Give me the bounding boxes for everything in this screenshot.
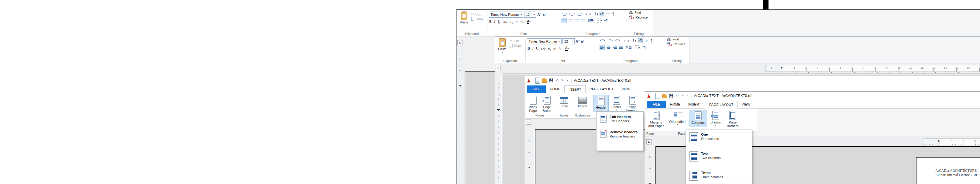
tab-view[interactable]: VIEW (617, 85, 634, 93)
margins-and-paper-button[interactable]: Margins and Paper (646, 110, 666, 128)
font-color-button[interactable]: A▾ (527, 19, 531, 24)
borders-button[interactable]: ▾ (596, 18, 603, 23)
new-document-icon[interactable] (655, 93, 660, 99)
paragraph-settings-button[interactable]: ≡¶ (603, 19, 608, 23)
copy-button[interactable]: Copy (471, 17, 484, 21)
pilcrow-button[interactable]: ¶ (650, 38, 653, 43)
underline-button[interactable]: U (498, 19, 501, 24)
replace-button[interactable]: AB→ACReplace (629, 16, 648, 19)
table-button[interactable]: Table (557, 95, 571, 109)
italic-button[interactable]: I (532, 46, 534, 51)
paragraph-settings-button[interactable]: ≡¶ (642, 45, 646, 50)
increase-indent-button[interactable]: ⇥ (622, 38, 626, 43)
tab-file[interactable]: FILE (647, 101, 666, 108)
menu-item-three-columns[interactable]: ThreeThree columns (686, 170, 752, 182)
tab-home[interactable]: HOME (546, 85, 564, 93)
underline-button[interactable]: U (536, 46, 539, 51)
ltr-paragraph-button[interactable]: ▸¶ (638, 38, 643, 43)
vertical-ruler[interactable]: 21 (648, 151, 652, 180)
menu-item-two-columns[interactable]: TwoTwo columns (686, 150, 752, 163)
columns-button[interactable]: Columns ▾ (689, 110, 707, 127)
menu-item-remove-headers[interactable]: ✕ Remove headersRemove headers (597, 129, 643, 139)
quick-access-chevron-icon[interactable]: ▾ (686, 95, 689, 97)
blank-page-button[interactable]: Blank Page (526, 95, 540, 113)
find-button[interactable]: Find (629, 11, 641, 14)
save-icon[interactable] (670, 94, 673, 98)
pilcrow-button[interactable]: ¶ (612, 12, 615, 16)
quick-access-chevron-icon[interactable]: ▾ (566, 80, 568, 82)
new-document-icon[interactable] (535, 78, 540, 84)
decrease-indent-button[interactable]: ⇤ (589, 12, 593, 16)
tab-selector-box[interactable]: L (646, 139, 652, 144)
menu-item-one-column[interactable]: OneOne column (686, 131, 752, 144)
shrink-font-button[interactable]: A▼ (542, 13, 546, 17)
undo-icon[interactable]: ↶ (555, 79, 558, 82)
page-borders-button[interactable]: Page Borders (724, 110, 741, 128)
tab-selector-box[interactable]: L (457, 40, 463, 45)
redo-icon[interactable]: ↷ (561, 79, 564, 82)
orientation-button[interactable]: Orientation ▾ (667, 110, 688, 126)
page-break-button[interactable]: ▶ Page Break (540, 95, 554, 113)
paste-button[interactable]: Paste▾ (496, 38, 508, 54)
align-center-button[interactable] (606, 45, 611, 50)
justify-button[interactable] (619, 45, 624, 50)
increase-indent-button[interactable]: ⇥ (584, 12, 587, 16)
highlight-pen-button[interactable]: ✎▾ (558, 46, 563, 51)
font-name-select[interactable]: Times New Roman▾ (527, 38, 562, 45)
cut-button[interactable]: ✂Cut (471, 12, 484, 16)
bullet-list-button[interactable]: •▾ (561, 12, 567, 16)
ltr-paragraph-button[interactable]: ▸¶ (600, 11, 605, 16)
rtl-paragraph-button[interactable]: ¶◂ (594, 12, 598, 16)
subscript-button[interactable]: x₂ (548, 47, 551, 51)
vertical-ruler[interactable]: 21 (527, 135, 532, 184)
align-right-button[interactable] (574, 18, 579, 23)
font-name-select[interactable]: Times New Roman▾ (488, 11, 523, 18)
copy-button[interactable]: Copy (510, 44, 522, 48)
superscript-button[interactable]: x² (515, 20, 518, 24)
menu-item-edit-headers[interactable]: Edit HeadersEdit Headers (597, 114, 643, 125)
quotation-button[interactable]: “T” (606, 12, 611, 16)
rtl-paragraph-button[interactable]: ¶◂ (632, 38, 636, 43)
bold-button[interactable]: B (489, 19, 492, 24)
redo-icon[interactable]: ↷ (681, 94, 684, 98)
decrease-indent-button[interactable]: ⇤ (627, 38, 631, 43)
replace-button[interactable]: AB→ACReplace (667, 42, 686, 46)
paste-button[interactable]: Paste▾ (458, 11, 470, 27)
line-spacing-button[interactable]: ⇅▾ (587, 19, 595, 23)
multilevel-list-button[interactable]: ⁝▾ (576, 12, 582, 16)
footer-button[interactable]: Footer ▾ (609, 95, 623, 111)
quotation-button[interactable]: “T” (644, 38, 649, 43)
superscript-button[interactable]: x² (554, 47, 556, 51)
align-left-button[interactable] (599, 45, 605, 50)
align-right-button[interactable] (612, 45, 617, 50)
vertical-ruler[interactable]: 21 (458, 53, 463, 184)
tab-selector-box[interactable]: L (496, 65, 501, 70)
undo-icon[interactable]: ↶ (676, 94, 679, 98)
strikethrough-button[interactable]: abe (503, 20, 508, 24)
tab-page-layout[interactable]: PAGE LAYOUT (585, 85, 617, 93)
tab-insert[interactable]: INSERT (564, 85, 585, 93)
open-folder-icon[interactable] (662, 94, 667, 98)
window3-title-bar[interactable]: | ↶ ↷ ▾ | ArCADia-TEXT - ArCADiaTEXT0.rt… (525, 76, 980, 85)
justify-button[interactable] (581, 18, 586, 23)
cut-button[interactable]: ✂Cut (510, 39, 522, 43)
image-button[interactable]: Image (574, 95, 591, 109)
window4-title-bar[interactable]: | ↶ ↷ ▾ | ArCADia-TEXT - ArCADiaTEXT0.rt… (645, 91, 980, 100)
document-page[interactable]: ArCADia-ARCHITECTURE Author: Internal Li… (916, 157, 980, 184)
header-button[interactable]: Header ▾ (593, 95, 609, 112)
bullet-list-button[interactable]: •▾ (599, 38, 605, 43)
tab-insert[interactable]: INSERT (684, 101, 705, 108)
numbered-list-button[interactable]: 1▾ (607, 38, 613, 43)
font-size-select[interactable]: 12▾ (524, 11, 536, 18)
align-center-button[interactable] (568, 18, 573, 23)
multilevel-list-button[interactable]: ⁝▾ (614, 38, 620, 43)
breaks-button[interactable]: ▶ Breaks ▾ (708, 110, 723, 126)
line-spacing-button[interactable]: ⇅▾ (625, 45, 633, 50)
horizontal-ruler[interactable]: 1▶→|1L2L3L4L5L6L7L8L9L10L11L12L13L14L15L… (765, 65, 980, 72)
numbered-list-button[interactable]: 1▾ (568, 12, 575, 16)
tab-home[interactable]: HOME (666, 101, 684, 108)
horizontal-ruler[interactable]: 1▶→|1L2L3L (923, 138, 980, 145)
highlight-pen-button[interactable]: ✎▾ (520, 20, 525, 24)
tab-file[interactable]: FILE (527, 85, 546, 93)
shrink-font-button[interactable]: A▼ (581, 40, 584, 43)
